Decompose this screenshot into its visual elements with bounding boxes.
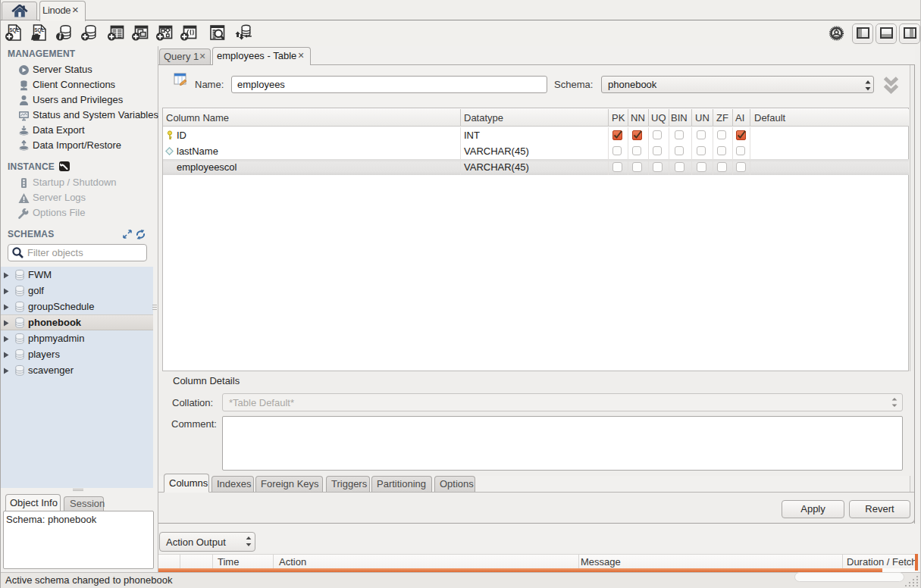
svg-text:SQL: SQL (9, 27, 19, 33)
svg-text:SQL: SQL (34, 27, 44, 33)
